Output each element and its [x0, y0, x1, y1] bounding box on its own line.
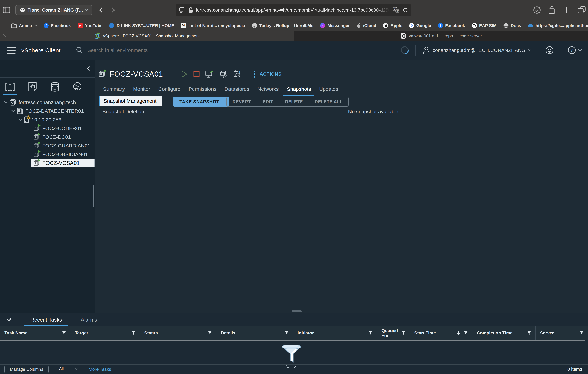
bookmark-docs[interactable]: Docs	[504, 23, 521, 28]
expand-caret-icon[interactable]	[11, 109, 15, 112]
bookmark-apple[interactable]: Apple	[383, 23, 402, 28]
user-menu[interactable]: conanzhang.adm@TECH.CONANZHANG	[416, 47, 538, 54]
tree-item-vm-selected[interactable]: FOCZ-VCSA01	[0, 159, 94, 167]
expand-caret-icon[interactable]	[19, 117, 22, 121]
bookmark-unrollme[interactable]: Today's Rollup – Unroll.Me	[252, 23, 313, 28]
nav-vms-templates[interactable]	[27, 80, 38, 94]
shutdown-icon[interactable]	[193, 71, 200, 77]
sort-desc-icon[interactable]	[457, 331, 460, 335]
power-on-icon[interactable]	[181, 70, 188, 78]
take-snapshot-button[interactable]: TAKE SNAPSHOT...	[173, 97, 229, 107]
filter-icon[interactable]	[580, 331, 584, 335]
nav-hosts-clusters[interactable]	[4, 80, 16, 94]
col-completion-time[interactable]: Completion Time	[472, 327, 536, 340]
tree-item-host[interactable]: 10.10.20.253	[0, 115, 94, 124]
col-task-name[interactable]: Task Name	[0, 327, 70, 340]
tab-permissions[interactable]: Permissions	[184, 83, 220, 96]
col-details[interactable]: Details	[216, 327, 293, 340]
feedback-button[interactable]	[538, 46, 561, 55]
sidebar-scrollbar-thumb[interactable]	[93, 185, 94, 207]
bookmark-eap-sim[interactable]: EAP SIM	[472, 23, 496, 28]
back-button[interactable]	[99, 7, 104, 13]
bookmark-dlink[interactable]: TPD-LINK SYST...UTER | HOME	[109, 23, 174, 28]
bookmark-youtube[interactable]: YouTube	[78, 23, 102, 28]
tree-item-vcenter[interactable]: fortress.conanzhang.tech	[0, 98, 94, 107]
more-tasks-link[interactable]: More Tasks	[89, 367, 111, 372]
filter-icon[interactable]	[62, 331, 66, 335]
filter-icon[interactable]	[401, 331, 405, 335]
translate-icon[interactable]: A文	[393, 7, 399, 13]
menu-icon[interactable]	[7, 45, 16, 56]
delete-all-button[interactable]: DELETE ALL	[309, 97, 348, 106]
forward-button[interactable]	[110, 7, 115, 13]
bookmark-applicanthome[interactable]: https://cgife...applicanthome	[528, 23, 588, 28]
search-input[interactable]	[87, 47, 207, 53]
tree-item-datacenter[interactable]: FOCZ-DATAECENTER01	[0, 107, 94, 115]
delete-button[interactable]: DELETE	[279, 97, 309, 106]
global-search[interactable]	[76, 46, 394, 54]
bookmark-google[interactable]: GGoogle	[409, 23, 431, 28]
page-settings-icon[interactable]	[179, 7, 185, 13]
bookmark-messenger[interactable]: Messenger	[320, 23, 350, 28]
bookmark-anime-folder[interactable]: Anime	[11, 23, 37, 28]
collapse-sidebar-icon[interactable]	[87, 66, 92, 71]
tab-summary[interactable]: Summary	[99, 83, 129, 96]
tree-item-vm[interactable]: FOCZ-GUARDIAN01	[0, 141, 94, 150]
col-initiator[interactable]: Initiator	[293, 327, 377, 340]
filter-icon[interactable]	[208, 331, 212, 335]
filter-icon[interactable]	[369, 331, 372, 335]
filter-icon[interactable]	[464, 331, 468, 335]
downloads-icon[interactable]	[533, 6, 541, 14]
tab-monitor[interactable]: Monitor	[129, 83, 154, 96]
tab-alarms[interactable]: Alarms	[76, 317, 102, 326]
clone-icon[interactable]	[219, 70, 227, 78]
tree-item-vm[interactable]: FOCZ-CODER01	[0, 124, 94, 133]
tab-datastores[interactable]: Datastores	[220, 83, 253, 96]
collapse-panel-icon[interactable]	[6, 317, 11, 321]
subnav-snapshot-management[interactable]: Snapshot Management	[99, 96, 162, 106]
share-icon[interactable]	[548, 6, 555, 14]
actions-menu-button[interactable]: ACTIONS	[254, 70, 282, 78]
profile-switcher[interactable]: Tianci Conan ZHANG (F...	[15, 5, 92, 15]
help-menu[interactable]: ?	[561, 46, 588, 55]
col-server[interactable]: Server	[536, 327, 588, 340]
col-status[interactable]: Status	[140, 327, 216, 340]
nav-storage[interactable]	[49, 80, 61, 94]
reload-icon[interactable]	[403, 7, 408, 13]
horizontal-scrollbar[interactable]	[0, 340, 585, 341]
panel-drag-handle[interactable]	[292, 310, 302, 312]
tab-snapshots[interactable]: Snapshots	[283, 83, 315, 96]
snapshot-schedule-icon[interactable]	[233, 70, 241, 78]
expand-caret-icon[interactable]	[4, 100, 8, 103]
tree-item-vm[interactable]: FOCZ-DC01	[0, 133, 94, 141]
subnav-snapshot-deletion[interactable]: Snapshot Deletion	[99, 106, 162, 117]
manage-columns-button[interactable]: Manage Columns	[4, 366, 49, 373]
tab-code-server[interactable]: vmware001.md — repo — code-server	[294, 31, 588, 41]
filter-icon[interactable]	[527, 331, 531, 335]
tab-configure[interactable]: Configure	[154, 83, 184, 96]
col-target[interactable]: Target	[70, 327, 140, 340]
tab-recent-tasks[interactable]: Recent Tasks	[26, 317, 66, 326]
task-filter-dropdown[interactable]: All	[56, 366, 81, 373]
bookmark-wikipedia[interactable]: WList of Narut... encyclopedia	[181, 23, 245, 28]
tab-updates[interactable]: Updates	[315, 83, 342, 96]
console-icon[interactable]	[205, 70, 214, 78]
tab-overview-icon[interactable]	[578, 6, 586, 14]
filter-icon[interactable]	[285, 331, 289, 335]
new-tab-icon[interactable]	[563, 7, 570, 13]
bookmark-facebook[interactable]: fFacebook	[43, 23, 71, 28]
bookmark-icloud[interactable]: iCloud	[357, 23, 376, 28]
refresh-spinner[interactable]	[399, 45, 410, 56]
nav-networking[interactable]	[72, 80, 83, 94]
tree-item-vm[interactable]: FOCZ-OBSIDIAN01	[0, 150, 94, 159]
close-icon[interactable]	[3, 33, 7, 38]
revert-button[interactable]: REVERT	[227, 97, 257, 106]
address-bar[interactable]: fortress.conanzhang.tech/ui/app/vm;nav=h…	[176, 4, 411, 16]
edit-button[interactable]: EDIT	[257, 97, 279, 106]
col-queued-for[interactable]: Queued For	[377, 327, 410, 340]
bookmark-facebook-2[interactable]: fFacebook	[438, 23, 465, 28]
tab-vsphere[interactable]: vSphere - FOCZ-VCSA01 - Snapshot Managem…	[0, 31, 294, 41]
filter-icon[interactable]	[132, 331, 135, 335]
col-start-time[interactable]: Start Time	[410, 327, 472, 340]
tab-networks[interactable]: Networks	[253, 83, 283, 96]
